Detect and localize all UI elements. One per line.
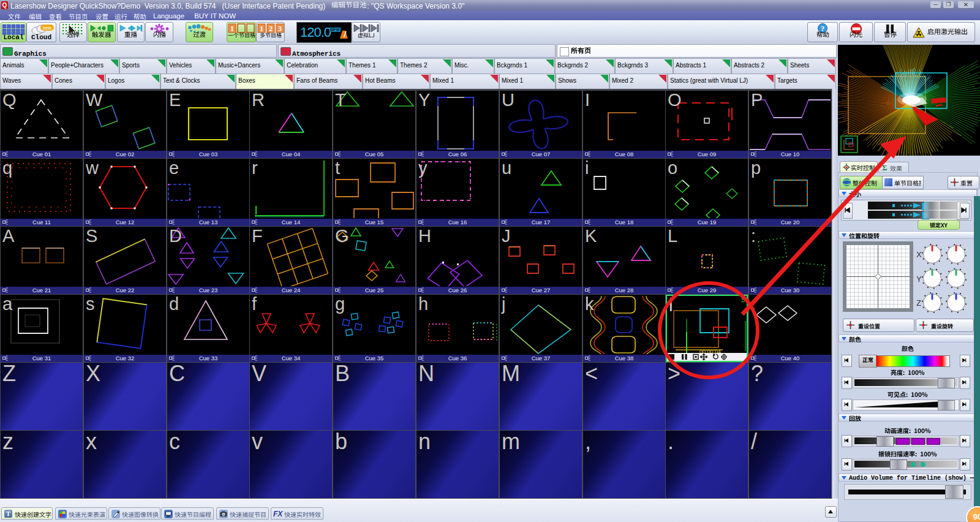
svg-text:beta: beta (43, 26, 51, 30)
svg-text:Z: Z (916, 298, 921, 308)
svg-text:X: X (916, 250, 922, 259)
svg-text:Y: Y (916, 274, 922, 284)
svg-text:Σ: Σ (741, 296, 745, 303)
